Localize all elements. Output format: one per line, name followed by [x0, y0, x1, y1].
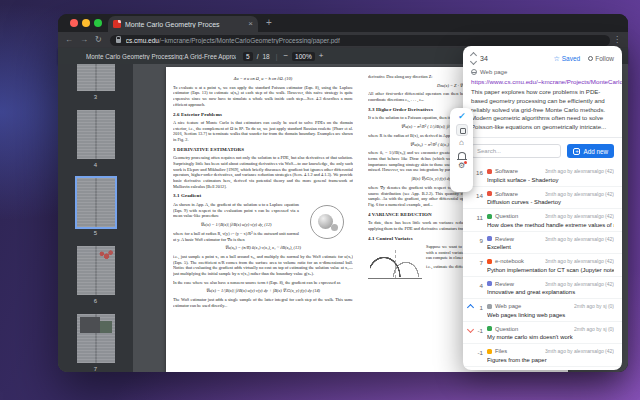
pdf-favicon-icon: [113, 20, 121, 28]
item-meta: 2mth ago by sj (0): [574, 326, 614, 332]
pdf-text-block: A nice feature of Monte Carlo is that es…: [173, 120, 353, 143]
star-icon: ☆: [553, 55, 559, 62]
minimize-window-button[interactable]: [82, 19, 90, 27]
add-new-label: Add new: [583, 148, 608, 155]
item-title[interactable]: How does the method handle extreme value…: [487, 222, 614, 228]
page-number-input[interactable]: 5: [243, 52, 253, 61]
item-type-label: e-notebook: [495, 258, 524, 264]
item-title[interactable]: Excellent: [487, 244, 614, 250]
annotation-list-item[interactable]: 16 Software 3mth ago by alexmarsalgo (42…: [463, 164, 622, 187]
add-new-button[interactable]: +Add new: [567, 144, 614, 158]
item-score: 16: [476, 169, 487, 176]
annotation-list-item[interactable]: 11 Question 3mth ago by alexmarsalgo (42…: [463, 209, 622, 232]
pdf-text-block: 3 DERIVATIVE ESTIMATORS: [173, 147, 353, 154]
item-head-row: e-notebook 3mth ago by alexmarsalgo (42): [487, 258, 614, 264]
home-icon[interactable]: ⌂: [459, 139, 464, 148]
back-icon[interactable]: ←: [65, 36, 73, 44]
annotation-list-item[interactable]: 1 Web page 2mth ago by sj (0) Web pages …: [463, 299, 622, 322]
zoom-in-button[interactable]: +: [319, 52, 324, 60]
item-content: Question 3mth ago by alexmarsalgo (42) H…: [487, 213, 614, 228]
extension-logo-icon[interactable]: ✓: [457, 112, 465, 121]
window-controls: [70, 19, 102, 27]
reload-icon[interactable]: ↻: [95, 36, 102, 44]
pdf-text-block: ∇u(x) = 1/|B(x)| ∫∂B(x) u(y) v(y) dy + ∫…: [173, 288, 353, 294]
annotation-list-item[interactable]: 4 Review 3mth ago by alexmarsalgo (42) I…: [463, 277, 622, 300]
annotation-list-item[interactable]: 7 e-notebook 3mth ago by alexmarsalgo (4…: [463, 254, 622, 277]
item-vote-area: 14: [468, 191, 487, 206]
item-type-label: Question: [495, 326, 518, 332]
page-thumbnail[interactable]: 6: [77, 246, 115, 304]
thumbnail-page-number: 4: [94, 162, 97, 168]
close-window-button[interactable]: [70, 19, 78, 27]
zoom-out-button[interactable]: −: [283, 52, 288, 60]
zoom-level: 100%: [292, 52, 315, 61]
saved-label: Saved: [562, 55, 580, 62]
vote-caret-icon[interactable]: [467, 326, 474, 333]
page-thumbnail[interactable]: 4: [77, 110, 115, 168]
pdf-page-controls: 5 / 18 | − 100% +: [243, 52, 323, 61]
vote-caret-icon[interactable]: [467, 304, 474, 311]
item-score: 11: [477, 214, 487, 221]
item-meta: 3mth ago by alexmarsalgo (42): [545, 236, 614, 242]
browser-tab[interactable]: Monte Carlo Geometry Proces ×: [108, 16, 258, 32]
bell-icon[interactable]: [458, 152, 466, 159]
item-score: 14: [476, 192, 487, 199]
item-score: -1: [477, 327, 487, 334]
toolbar-divider: |: [276, 53, 278, 60]
item-meta: 3mth ago by alexmarsalgo (42): [545, 348, 614, 354]
thumbnail-preview[interactable]: [77, 64, 115, 91]
item-title[interactable]: My monte carlo sim doesn't work: [487, 334, 614, 340]
thumbnail-page-number: 7: [94, 366, 97, 372]
new-tab-button[interactable]: +: [266, 18, 272, 28]
pdf-text-block: [368, 246, 422, 279]
annotation-list-item[interactable]: 14 Software 3mth ago by alexmarsalgo (42…: [463, 187, 622, 210]
item-content: Software 3mth ago by alexmarsalgo (42) I…: [487, 168, 614, 183]
page-thumbnail[interactable]: 3: [77, 64, 115, 100]
item-type-label: Software: [495, 168, 518, 174]
item-title[interactable]: Implicit surface - Shadertoy: [487, 177, 614, 183]
annotation-list-item[interactable]: -1 Files 3mth ago by alexmarsalgo (42) F…: [463, 344, 622, 367]
thumbnail-preview[interactable]: [77, 178, 115, 227]
tab-title: Monte Carlo Geometry Proces: [125, 21, 244, 28]
tab-close-icon[interactable]: ×: [248, 20, 253, 28]
saved-button[interactable]: ☆Saved: [553, 55, 580, 62]
thumbnail-preview[interactable]: [77, 110, 115, 159]
page-thumbnail[interactable]: 7: [77, 314, 115, 372]
item-title[interactable]: Web pages linking web pages: [487, 312, 614, 318]
vote-count: 34: [480, 55, 488, 62]
pdf-text-block: Δu = σ u on Ω, u = h on ∂Ω. (10): [173, 76, 353, 82]
page-type-row: Web page: [463, 66, 622, 76]
thumbnail-page-number: 3: [94, 94, 97, 100]
item-vote-area: 4: [468, 281, 487, 296]
fullscreen-window-button[interactable]: [94, 19, 102, 27]
item-head-row: Software 3mth ago by alexmarsalgo (42): [487, 168, 614, 174]
annotated-page-url[interactable]: https://www.cs.cmu.edu/~kmcrane/Projects…: [463, 76, 622, 86]
page-thumbnail[interactable]: 5: [77, 178, 115, 236]
item-type-label: Question: [495, 213, 518, 219]
item-head-row: Review 3mth ago by alexmarsalgo (42): [487, 236, 614, 242]
browser-menu-icon[interactable]: ⋮: [613, 35, 621, 44]
thumbnail-page-number: 5: [94, 230, 97, 236]
item-title[interactable]: Innovative and great explanations: [487, 289, 614, 295]
item-content: e-notebook 3mth ago by alexmarsalgo (42)…: [487, 258, 614, 273]
item-meta: 3mth ago by alexmarsalgo (42): [545, 168, 614, 174]
item-vote-area: 9: [468, 236, 487, 251]
annotation-list-item[interactable]: 9 Review 3mth ago by alexmarsalgo (42) E…: [463, 232, 622, 255]
annotation-list: 16 Software 3mth ago by alexmarsalgo (42…: [463, 164, 622, 367]
address-bar[interactable]: cs.cmu.edu/~kmcrane/Projects/MonteCarloG…: [110, 35, 610, 46]
item-title[interactable]: Diffusion curves - Shadertoy: [487, 199, 614, 205]
search-input[interactable]: [471, 144, 561, 158]
follow-button[interactable]: Follow: [588, 55, 614, 62]
item-title[interactable]: Python implementation for CT scan (Jupyt…: [487, 267, 614, 273]
thumbnail-sidebar: 3 4 5 6 7: [58, 64, 133, 372]
thumbnail-preview[interactable]: [77, 246, 115, 295]
item-content: Software 3mth ago by alexmarsalgo (42) D…: [487, 191, 614, 206]
downvote-icon[interactable]: [470, 58, 477, 65]
gear-icon[interactable]: ⚙: [458, 162, 465, 171]
thumbnail-preview[interactable]: [77, 314, 115, 363]
extension-panel-icon[interactable]: [456, 124, 468, 136]
pdf-text-block: [303, 204, 353, 242]
item-title[interactable]: Figures from the paper: [487, 357, 614, 363]
annotation-list-item[interactable]: -1 Question 2mth ago by sj (0) My monte …: [463, 322, 622, 345]
forward-icon[interactable]: →: [80, 36, 88, 44]
